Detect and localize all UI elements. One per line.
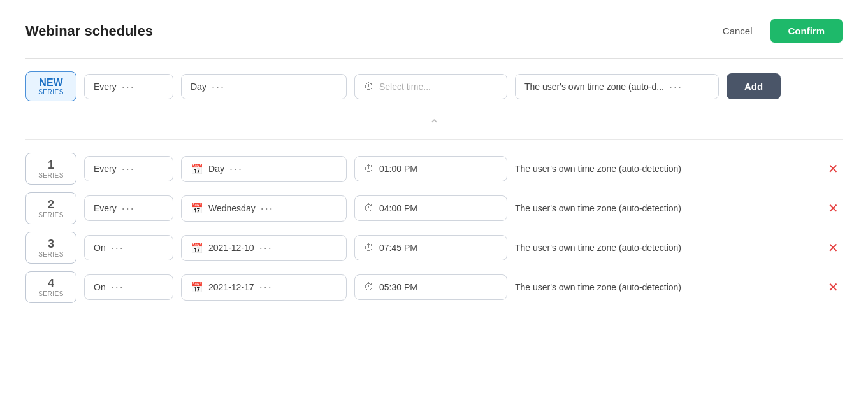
new-badge-series: SERIES: [35, 89, 67, 96]
row1-day-text: Day: [208, 164, 224, 174]
row4-freq-field[interactable]: On ···: [84, 274, 173, 300]
new-series-row: NEW SERIES Every ··· Day ··· ⏱ Select ti…: [25, 71, 843, 101]
series-badge-2: 2 SERIES: [25, 192, 76, 224]
row4-freq-text: On: [94, 282, 106, 292]
new-day-label: Day: [191, 82, 206, 92]
row1-calendar-icon: 📅: [191, 163, 203, 175]
new-tz-label: The user's own time zone (auto-d...: [524, 82, 664, 92]
series-number-1: 1: [33, 159, 69, 172]
row4-time-text: 05:30 PM: [379, 282, 417, 292]
new-badge-label: NEW: [35, 77, 67, 89]
row1-delete-button[interactable]: ✕: [824, 157, 843, 180]
row2-calendar-icon: 📅: [191, 202, 203, 215]
scroll-indicator: ⌃: [25, 117, 843, 132]
row4-calendar-icon: 📅: [191, 281, 203, 294]
row1-freq-text: Every: [94, 164, 117, 174]
row3-freq-dots: ···: [111, 242, 124, 253]
new-tz-dots: ···: [669, 81, 683, 92]
new-time-field[interactable]: ⏱ Select time...: [354, 74, 507, 99]
row4-freq-dots: ···: [111, 281, 124, 293]
row4-day-field[interactable]: 📅 2021-12-17 ···: [181, 274, 347, 301]
row2-time-field[interactable]: ⏱ 04:00 PM: [354, 195, 507, 221]
new-freq-field[interactable]: Every ···: [84, 74, 173, 99]
header-divider: [25, 58, 843, 59]
row3-clock-icon: ⏱: [364, 242, 374, 253]
series-label-2: SERIES: [33, 211, 69, 218]
row1-clock-icon: ⏱: [364, 163, 374, 174]
series-badge-1: 1 SERIES: [25, 153, 76, 185]
row2-tz-text: The user's own time zone (auto-detection…: [515, 203, 816, 213]
row4-clock-icon: ⏱: [364, 281, 374, 293]
table-row: 1 SERIES Every ··· 📅 Day ··· ⏱ 01:00 PM …: [25, 153, 843, 185]
series-label-1: SERIES: [33, 172, 69, 179]
row2-delete-button[interactable]: ✕: [824, 197, 843, 220]
row4-time-field[interactable]: ⏱ 05:30 PM: [354, 274, 507, 300]
table-row: 4 SERIES On ··· 📅 2021-12-17 ··· ⏱ 05:30…: [25, 271, 843, 303]
row2-freq-dots: ···: [122, 202, 135, 214]
row2-day-field[interactable]: 📅 Wednesday ···: [181, 195, 347, 222]
row1-day-field[interactable]: 📅 Day ···: [181, 156, 347, 182]
cancel-button[interactable]: Cancel: [715, 20, 760, 41]
header-actions: Cancel Confirm: [715, 19, 843, 43]
series-label-4: SERIES: [33, 290, 69, 297]
row2-day-text: Wednesday: [208, 203, 256, 213]
row3-time-text: 07:45 PM: [379, 243, 417, 253]
row3-tz-text: The user's own time zone (auto-detection…: [515, 243, 816, 253]
new-clock-icon: ⏱: [364, 81, 374, 92]
series-number-2: 2: [33, 198, 69, 211]
row2-freq-field[interactable]: Every ···: [84, 195, 173, 221]
new-freq-dots: ···: [122, 81, 135, 92]
add-button[interactable]: Add: [727, 73, 781, 99]
row3-day-field[interactable]: 📅 2021-12-10 ···: [181, 235, 347, 261]
page-header: Webinar schedules Cancel Confirm: [25, 19, 843, 43]
row1-time-field[interactable]: ⏱ 01:00 PM: [354, 156, 507, 181]
row3-freq-text: On: [94, 243, 106, 253]
row2-freq-text: Every: [94, 203, 117, 213]
row1-freq-field[interactable]: Every ···: [84, 156, 173, 181]
row3-day-dots: ···: [259, 242, 273, 253]
series-badge-3: 3 SERIES: [25, 232, 76, 264]
new-day-dots: ···: [212, 81, 225, 92]
row4-day-dots: ···: [259, 281, 273, 293]
new-freq-label: Every: [94, 82, 117, 92]
series-number-3: 3: [33, 238, 69, 251]
series-badge-4: 4 SERIES: [25, 271, 76, 303]
row3-freq-field[interactable]: On ···: [84, 235, 173, 260]
new-series-badge[interactable]: NEW SERIES: [25, 71, 76, 101]
row1-tz-text: The user's own time zone (auto-detection…: [515, 164, 816, 174]
row3-calendar-icon: 📅: [191, 242, 203, 254]
row2-day-dots: ···: [261, 202, 274, 214]
confirm-button[interactable]: Confirm: [770, 19, 843, 43]
row2-clock-icon: ⏱: [364, 202, 374, 214]
series-list: 1 SERIES Every ··· 📅 Day ··· ⏱ 01:00 PM …: [25, 153, 843, 303]
table-row: 3 SERIES On ··· 📅 2021-12-10 ··· ⏱ 07:45…: [25, 232, 843, 264]
row4-delete-button[interactable]: ✕: [824, 276, 843, 299]
row3-time-field[interactable]: ⏱ 07:45 PM: [354, 235, 507, 260]
new-time-placeholder: Select time...: [379, 82, 431, 92]
row3-day-text: 2021-12-10: [208, 243, 254, 253]
table-row: 2 SERIES Every ··· 📅 Wednesday ··· ⏱ 04:…: [25, 192, 843, 224]
series-number-4: 4: [33, 277, 69, 290]
new-tz-field[interactable]: The user's own time zone (auto-d... ···: [515, 74, 719, 99]
new-day-field[interactable]: Day ···: [181, 74, 347, 99]
row1-time-text: 01:00 PM: [379, 164, 417, 174]
page-title: Webinar schedules: [25, 23, 153, 39]
row4-day-text: 2021-12-17: [208, 282, 254, 292]
row3-delete-button[interactable]: ✕: [824, 236, 843, 259]
series-label-3: SERIES: [33, 251, 69, 258]
row2-time-text: 04:00 PM: [379, 203, 417, 213]
section-divider: [25, 139, 843, 140]
row1-day-dots: ···: [229, 163, 243, 174]
row1-freq-dots: ···: [122, 163, 135, 174]
row4-tz-text: The user's own time zone (auto-detection…: [515, 282, 816, 292]
